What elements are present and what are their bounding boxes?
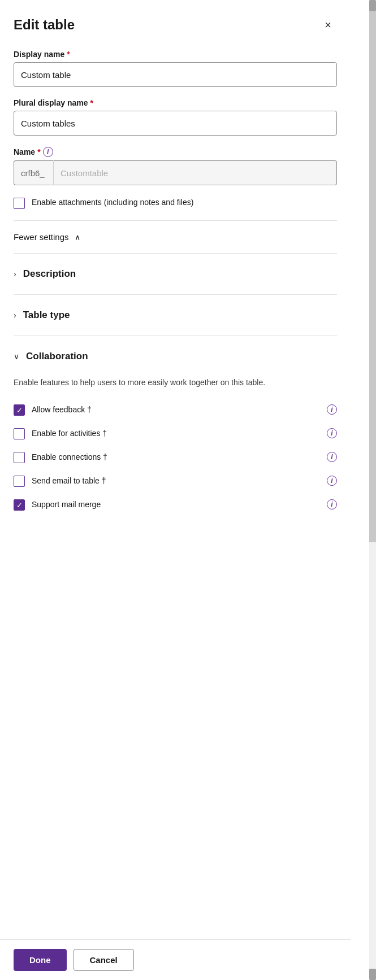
support-mail-merge-row: Support mail merge i	[14, 493, 337, 516]
name-field-group: Name * i crfb6_	[14, 147, 337, 185]
support-mail-merge-info-icon[interactable]: i	[327, 499, 337, 509]
send-email-info-icon[interactable]: i	[327, 476, 337, 486]
plural-display-name-label: Plural display name *	[14, 98, 337, 107]
allow-feedback-left: Allow feedback †	[14, 403, 92, 416]
enable-activities-checkbox[interactable]	[14, 428, 25, 439]
collaboration-chevron-icon: ∨	[14, 352, 19, 361]
allow-feedback-label: Allow feedback †	[32, 405, 92, 414]
enable-activities-left: Enable for activities †	[14, 427, 107, 439]
done-button[interactable]: Done	[14, 949, 67, 971]
name-label: Name * i	[14, 147, 337, 157]
send-email-row: Send email to table † i	[14, 469, 337, 493]
plural-display-name-required: *	[90, 98, 93, 107]
description-chevron-icon: ›	[14, 269, 16, 278]
send-email-left: Send email to table †	[14, 474, 106, 487]
support-mail-merge-left: Support mail merge	[14, 498, 101, 511]
cancel-button[interactable]: Cancel	[74, 949, 134, 971]
divider-1	[14, 220, 337, 221]
enable-activities-info-icon[interactable]: i	[327, 428, 337, 438]
enable-activities-row: Enable for activities † i	[14, 421, 337, 445]
send-email-label: Send email to table †	[32, 476, 106, 485]
support-mail-merge-checkbox[interactable]	[14, 499, 25, 511]
enable-connections-left: Enable connections †	[14, 451, 107, 463]
scrollbar[interactable]	[369, 0, 376, 980]
enable-attachments-row[interactable]: Enable attachments (including notes and …	[14, 197, 337, 209]
enable-connections-row: Enable connections † i	[14, 445, 337, 469]
fewer-settings-button[interactable]: Fewer settings ∧	[14, 225, 81, 249]
dialog-header: Edit table ×	[14, 16, 337, 34]
enable-attachments-label: Enable attachments (including notes and …	[32, 197, 193, 208]
name-field-row: crfb6_	[14, 160, 337, 185]
name-input[interactable]	[53, 160, 337, 185]
allow-feedback-checkbox[interactable]	[14, 404, 25, 416]
support-mail-merge-label: Support mail merge	[32, 500, 101, 509]
plural-display-name-input[interactable]	[14, 111, 337, 136]
page-title: Edit table	[14, 17, 75, 33]
allow-feedback-row: Allow feedback † i	[14, 398, 337, 421]
table-type-section-title: Table type	[23, 310, 70, 321]
scrollbar-thumb-bottom[interactable]	[369, 969, 376, 980]
name-info-icon[interactable]: i	[43, 147, 53, 157]
table-type-section-row[interactable]: › Table type	[14, 299, 337, 331]
description-section-title: Description	[23, 268, 76, 280]
scrollbar-track	[369, 11, 376, 542]
close-button[interactable]: ×	[319, 16, 337, 34]
name-prefix: crfb6_	[14, 160, 53, 185]
divider-3	[14, 294, 337, 295]
scrollbar-thumb-top[interactable]	[369, 0, 376, 11]
fewer-settings-chevron-icon: ∧	[74, 233, 81, 241]
enable-attachments-checkbox[interactable]	[14, 198, 25, 209]
display-name-required: *	[67, 50, 70, 59]
plural-display-name-field-group: Plural display name *	[14, 98, 337, 136]
footer: Done Cancel	[0, 939, 351, 980]
description-section-row[interactable]: › Description	[14, 258, 337, 290]
display-name-input[interactable]	[14, 62, 337, 87]
collaboration-section-row[interactable]: ∨ Collaboration	[14, 341, 337, 372]
send-email-checkbox[interactable]	[14, 476, 25, 487]
table-type-chevron-icon: ›	[14, 311, 16, 320]
collaboration-section-title: Collaboration	[26, 351, 88, 362]
name-required: *	[37, 147, 40, 156]
divider-4	[14, 336, 337, 336]
display-name-label: Display name *	[14, 50, 337, 59]
enable-activities-label: Enable for activities †	[32, 429, 107, 438]
allow-feedback-info-icon[interactable]: i	[327, 404, 337, 415]
enable-connections-info-icon[interactable]: i	[327, 452, 337, 462]
divider-2	[14, 253, 337, 254]
collaboration-description: Enable features to help users to more ea…	[14, 377, 337, 389]
display-name-field-group: Display name *	[14, 50, 337, 87]
enable-connections-label: Enable connections †	[32, 452, 107, 461]
enable-connections-checkbox[interactable]	[14, 452, 25, 463]
